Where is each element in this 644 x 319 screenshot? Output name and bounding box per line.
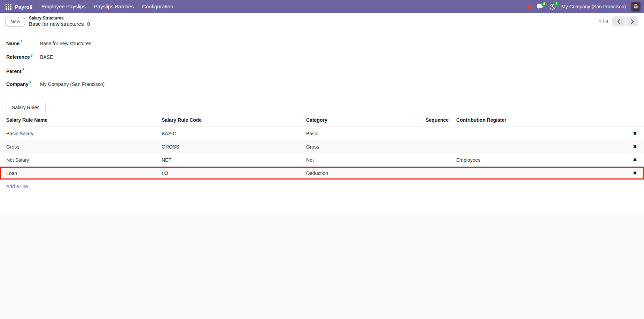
delete-row-icon[interactable]: ✖ (626, 131, 644, 136)
page-background (0, 213, 644, 319)
messages-icon[interactable]: 4 (536, 3, 544, 10)
help-icon: ? (22, 68, 24, 72)
cell-rule-name[interactable]: Gross (0, 144, 162, 150)
help-icon: ? (31, 54, 33, 57)
apps-grid-icon (6, 4, 11, 10)
cell-rule-code[interactable]: BASIC (162, 131, 306, 136)
user-avatar[interactable] (631, 2, 641, 11)
column-header-contribution-register[interactable]: Contribution Register (447, 117, 626, 123)
cell-rule-name[interactable]: Loan (0, 170, 162, 176)
systray: 4 8 My Company (San Francisco) (527, 2, 644, 11)
add-line-row: Add a line (0, 180, 644, 193)
field-parent-value[interactable] (40, 67, 145, 73)
delete-row-icon[interactable]: ✖ (626, 157, 644, 162)
cell-category[interactable]: Gross (306, 144, 426, 150)
menu-payslips-batches[interactable]: Payslips Batches (90, 0, 138, 13)
breadcrumb: Salary Structures Base for new structure… (29, 16, 91, 27)
messages-badge: 4 (541, 1, 547, 7)
activities-badge: 8 (554, 1, 559, 7)
delete-row-icon[interactable]: ✖ (626, 144, 644, 149)
pager-previous-button[interactable] (612, 16, 625, 26)
add-a-line-link[interactable]: Add a line (6, 184, 28, 189)
cell-rule-name[interactable]: Basic Salary (0, 131, 162, 136)
app-name[interactable]: Payroll (15, 4, 32, 10)
field-reference-value[interactable]: BASE (40, 54, 145, 60)
table-row[interactable]: Gross GROSS Gross ✖ (0, 140, 644, 153)
page-title: Base for new structures (29, 21, 84, 27)
help-icon: ? (20, 40, 22, 44)
cell-rule-code[interactable]: GROSS (162, 144, 306, 150)
column-header-salary-rule-name[interactable]: Salary Rule Name (0, 117, 162, 123)
field-company: Company? My Company (San Francisco) (6, 81, 644, 94)
chevron-right-icon (631, 19, 634, 24)
highlighted-table-row[interactable]: Loan LO Deduction ✖ (0, 167, 644, 180)
actions-gear-icon[interactable]: ⚙ (86, 22, 91, 26)
cell-rule-code[interactable]: LO (162, 170, 306, 176)
cell-category[interactable]: Basic (306, 131, 426, 136)
recording-indicator-icon (527, 5, 531, 9)
cell-contribution-register[interactable]: Employees (447, 157, 626, 163)
tab-bar: Salary Rules (0, 102, 644, 113)
company-switcher[interactable]: My Company (San Francisco) (561, 4, 626, 9)
delete-row-icon[interactable]: ✖ (626, 170, 644, 176)
chevron-left-icon (617, 19, 620, 24)
field-parent: Parent? (6, 67, 644, 81)
field-company-value[interactable]: My Company (San Francisco) (40, 81, 145, 87)
table-row[interactable]: Net Salary NET Net Employees ✖ (0, 153, 644, 167)
field-company-label: Company? (6, 81, 40, 87)
menu-configuration[interactable]: Configuration (138, 0, 177, 13)
column-header-category[interactable]: Category (306, 117, 426, 123)
pager-value[interactable]: 1 / 3 (599, 19, 608, 24)
breadcrumb-parent-link[interactable]: Salary Structures (29, 16, 91, 21)
salary-rules-table: Salary Rule Name Salary Rule Code Catego… (0, 113, 644, 193)
field-name-label: Name? (6, 40, 40, 46)
cell-rule-code[interactable]: NET (162, 157, 306, 163)
help-icon: ? (29, 81, 31, 85)
column-header-salary-rule-code[interactable]: Salary Rule Code (162, 117, 306, 123)
column-header-sequence[interactable]: Sequence (426, 117, 447, 123)
cell-category[interactable]: Net (306, 157, 426, 163)
field-reference-label: Reference? (6, 54, 40, 60)
menu-employee-payslips[interactable]: Employee Payslips (37, 0, 90, 13)
table-header-row: Salary Rule Name Salary Rule Code Catego… (0, 113, 644, 127)
field-name-value[interactable]: Base for new structures (40, 41, 145, 47)
new-button[interactable]: New (6, 17, 25, 26)
cell-rule-name[interactable]: Net Salary (0, 157, 162, 163)
cell-category[interactable]: Deduction (306, 170, 426, 176)
field-parent-label: Parent? (6, 68, 40, 74)
topbar: Payroll Employee Payslips Payslips Batch… (0, 0, 644, 13)
form-sheet: Name? Base for new structures Reference?… (0, 30, 644, 213)
notebook: Salary Rules Salary Rule Name Salary Rul… (0, 102, 644, 193)
form-fields: Name? Base for new structures Reference?… (0, 30, 644, 94)
pager-next-button[interactable] (626, 16, 638, 26)
field-name: Name? Base for new structures (6, 40, 644, 54)
table-row[interactable]: Basic Salary BASIC Basic ✖ (0, 127, 644, 140)
control-panel: New Salary Structures Base for new struc… (0, 13, 644, 30)
breadcrumb-current: Base for new structures ⚙ (29, 21, 91, 27)
field-reference: Reference? BASE (6, 54, 644, 67)
activities-clock-icon[interactable]: 8 (549, 3, 556, 10)
topbar-menu: Employee Payslips Payslips Batches Confi… (37, 0, 177, 13)
apps-menu-button[interactable]: Payroll (0, 0, 37, 13)
tab-salary-rules[interactable]: Salary Rules (6, 102, 46, 113)
